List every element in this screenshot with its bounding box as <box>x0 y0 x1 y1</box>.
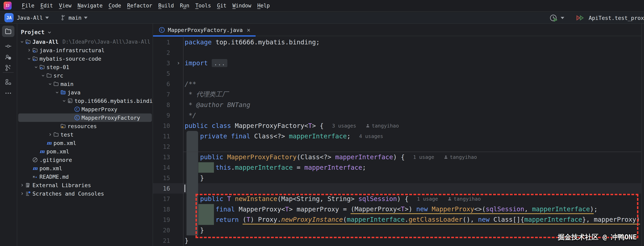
chevron-down-icon[interactable] <box>33 64 39 70</box>
project-avatar[interactable]: JA <box>4 13 14 22</box>
line-number[interactable]: 11 <box>153 133 183 140</box>
chevron-down-icon[interactable] <box>561 17 564 19</box>
line-number[interactable]: 9 <box>153 112 183 119</box>
code-line-7[interactable]: 7 * 代理类工厂 <box>153 89 641 100</box>
code-line-10[interactable]: 10public class MapperProxyFactory<T> {3 … <box>153 120 641 131</box>
line-number[interactable]: 2 <box>153 49 183 56</box>
tree-row-mapperproxy[interactable]: CMapperProxy <box>17 105 153 113</box>
code-line-1[interactable]: 1package top.it6666.mybatis.binding; <box>153 37 641 47</box>
menu-run[interactable]: Run <box>177 0 192 11</box>
tree-row-pom-xml[interactable]: mpom.xml <box>17 147 153 156</box>
chevron-right-icon[interactable] <box>47 132 53 138</box>
code-line-9[interactable]: 9 */ <box>153 110 641 120</box>
menu-build[interactable]: Build <box>155 0 177 11</box>
menu-refactor[interactable]: Refactor <box>124 0 155 11</box>
tree-row-pom-xml[interactable]: mpom.xml <box>17 164 153 173</box>
chevron-down-icon[interactable] <box>47 81 53 87</box>
line-number[interactable]: 13 <box>153 154 183 161</box>
line-number[interactable]: 19 <box>153 216 183 223</box>
tree-row-step-01[interactable]: step-01 <box>17 63 153 71</box>
line-number[interactable]: 14 <box>153 164 183 171</box>
menu-code[interactable]: Code <box>106 0 124 11</box>
line-number[interactable]: 21 <box>153 237 183 244</box>
line-number[interactable]: 15 <box>153 175 183 182</box>
author-hint[interactable]: tangyihao <box>365 123 399 129</box>
line-number[interactable]: 20 <box>153 227 183 234</box>
tab-mapperproxyfactory[interactable]: C MapperProxyFactory.java × <box>153 24 256 36</box>
line-number[interactable]: 17 <box>153 195 183 202</box>
menu-edit[interactable]: Edit <box>38 0 56 11</box>
tree-row-test[interactable]: test <box>17 130 153 139</box>
chevron-down-icon[interactable] <box>61 98 67 104</box>
usages-hint[interactable]: 1 usage <box>413 154 434 160</box>
chevron-down-icon[interactable] <box>19 39 25 45</box>
chevron-right-icon[interactable] <box>19 191 25 197</box>
vcs-branch-widget[interactable]: main <box>60 15 88 21</box>
menu-tools[interactable]: Tools <box>192 0 214 11</box>
code-line-13[interactable]: 13 public MapperProxyFactory(Class<?> ma… <box>153 152 641 162</box>
code-line-6[interactable]: 6/** <box>153 79 641 89</box>
tree-row-top-it6666-mybatis-binding[interactable]: top.it6666.mybatis.binding <box>17 97 153 105</box>
usages-hint[interactable]: 4 usages <box>359 133 383 139</box>
line-number[interactable]: 10 <box>153 122 183 129</box>
tree-row-java-infrastructural[interactable]: java-infrastructural <box>17 46 153 54</box>
project-widget[interactable]: Java-All <box>17 15 43 21</box>
code-line-11[interactable]: 11 private final Class<?> mapperInterfac… <box>153 131 641 141</box>
menu-file[interactable]: File <box>19 0 38 11</box>
code-line-2[interactable]: 2 <box>153 47 641 58</box>
tree-row-mapperproxyfactory[interactable]: CMapperProxyFactory <box>17 113 153 122</box>
tree-row-mybatis-source-code[interactable]: mybatis-source-code <box>17 54 153 63</box>
tree-row--gitignore[interactable]: .gitignore <box>17 156 153 164</box>
tree-row-main[interactable]: main <box>17 80 153 88</box>
project-panel-header[interactable]: Project <box>21 29 52 36</box>
line-number[interactable]: 1 <box>153 39 183 46</box>
code-line-3[interactable]: 3›import ... <box>153 58 641 68</box>
chevron-right-icon[interactable] <box>19 182 25 188</box>
project-folder-icon[interactable] <box>2 26 14 37</box>
fold-chevron-icon[interactable]: › <box>177 60 180 66</box>
menu-help[interactable]: Help <box>254 0 273 11</box>
line-number[interactable]: 7 <box>153 91 183 98</box>
rerun-tests-icon[interactable] <box>576 14 585 22</box>
code-line-8[interactable]: 8 * @author BNTang <box>153 100 641 110</box>
chevron-down-icon[interactable] <box>40 72 46 78</box>
menu-view[interactable]: View <box>56 0 74 11</box>
line-number[interactable]: 12 <box>153 143 183 150</box>
tree-row-java[interactable]: java <box>17 88 153 97</box>
chevron-right-icon[interactable] <box>26 47 32 53</box>
tree-row-resources[interactable]: resources <box>17 122 153 130</box>
line-number[interactable]: 8 <box>153 101 183 108</box>
code-line-15[interactable]: 15 } <box>153 173 641 183</box>
line-number[interactable]: 16 <box>153 185 183 192</box>
menu-window[interactable]: Window <box>229 0 254 11</box>
tree-row-scratches-and-consoles[interactable]: Scratches and Consoles <box>17 189 153 198</box>
structure-icon[interactable] <box>2 76 14 88</box>
tree-row-java-all[interactable]: Java-AllD:\IdeaPro\Java-All\Java-All <box>17 38 153 46</box>
close-icon[interactable]: × <box>247 27 250 34</box>
line-number[interactable]: 5 <box>153 70 183 77</box>
chevron-down-icon[interactable] <box>54 89 60 95</box>
code-line-12[interactable]: 12 <box>153 141 641 152</box>
run-configuration-name[interactable]: ApiTest.test_prox <box>589 15 644 21</box>
vcs-update-icon[interactable] <box>2 62 14 73</box>
more-icon[interactable] <box>2 88 14 99</box>
tree-row-external-libraries[interactable]: External Libraries <box>17 181 153 189</box>
code-with-me-icon[interactable]: ? <box>2 51 14 63</box>
tree-row-src[interactable]: src <box>17 71 153 80</box>
commit-icon[interactable] <box>2 41 14 52</box>
line-number[interactable]: 18 <box>153 206 183 213</box>
menu-git[interactable]: Git <box>214 0 230 11</box>
author-hint[interactable]: tangyihao <box>444 154 477 160</box>
code-line-14[interactable]: 14 this.mapperInterface = mapperInterfac… <box>153 162 641 173</box>
tree-row-readme-md[interactable]: MREADME.md <box>17 173 153 181</box>
run-history-icon[interactable] <box>549 14 558 22</box>
code-line-16[interactable]: 16 <box>153 183 641 194</box>
line-number[interactable]: 3› <box>153 60 183 67</box>
line-number[interactable]: 6 <box>153 80 183 88</box>
menu-navigate[interactable]: Navigate <box>74 0 106 11</box>
tree-row-pom-xml[interactable]: mpom.xml <box>17 139 153 147</box>
usages-hint[interactable]: 3 usages <box>332 123 356 129</box>
chevron-down-icon[interactable] <box>26 56 32 62</box>
intellij-logo-icon[interactable]: IJ <box>4 2 12 10</box>
code-line-5[interactable]: 5 <box>153 68 641 79</box>
